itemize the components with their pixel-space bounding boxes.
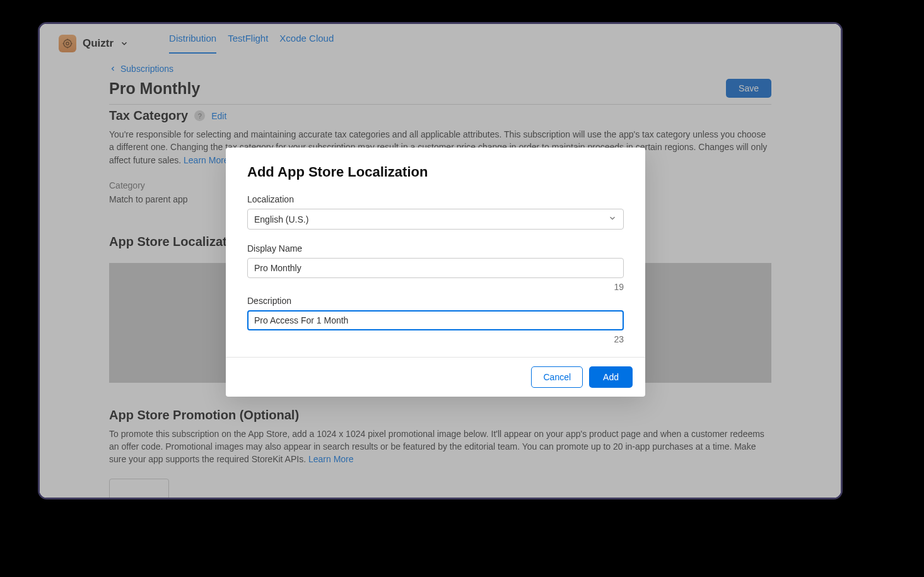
localization-select-value: English (U.S.): [254, 214, 308, 224]
display-name-field-label: Display Name: [247, 243, 624, 254]
chevron-down-icon: [608, 214, 617, 224]
description-field-label: Description: [247, 296, 624, 306]
display-name-counter: 19: [247, 282, 624, 292]
add-button[interactable]: Add: [589, 366, 633, 388]
app-window: Quiztr Distribution TestFlight Xcode Clo…: [38, 22, 843, 499]
modal-footer: Cancel Add: [226, 357, 645, 397]
add-localization-modal: Add App Store Localization Localization …: [226, 148, 645, 397]
app-window-inner: Quiztr Distribution TestFlight Xcode Clo…: [40, 24, 841, 498]
description-input[interactable]: [247, 310, 624, 330]
cancel-button[interactable]: Cancel: [531, 366, 583, 388]
display-name-input[interactable]: [247, 258, 624, 278]
localization-select[interactable]: English (U.S.): [247, 209, 624, 230]
description-counter: 23: [247, 334, 624, 344]
modal-title: Add App Store Localization: [247, 164, 624, 180]
localization-field-label: Localization: [247, 194, 624, 204]
